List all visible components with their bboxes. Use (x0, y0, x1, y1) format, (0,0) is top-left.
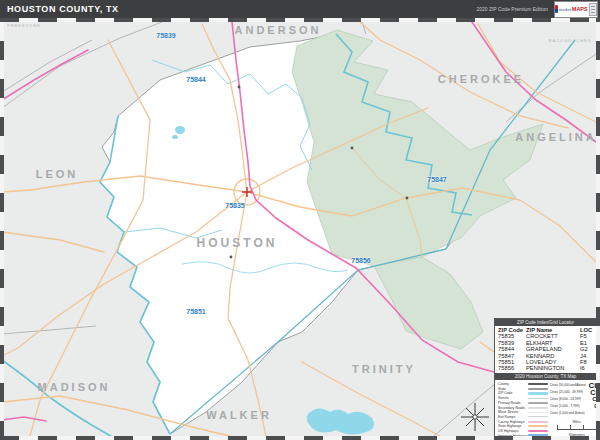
legend-city-category: Cities (50,000 and Above)City (550, 382, 600, 389)
zip-index-header: ZIP Code Index/Grid Locator (495, 319, 596, 326)
legend-city-category: Cities (25,000 - 49,999)City (550, 389, 600, 396)
city-category-label: Cities (25,000 - 49,999) (550, 390, 583, 394)
city-category-label: Cities (1,000 and Below) (550, 411, 585, 415)
legend-item-label: US Highways (498, 429, 528, 433)
brand-logo: market MAPS (554, 1, 598, 18)
legend-city-category: Cities (8,000 - 24,999)City (550, 396, 600, 403)
city-category-label: Cities (1,000 - 7,999) (550, 404, 580, 408)
legend-line-swatch (528, 430, 548, 432)
title-bar: HOUSTON COUNTY, TX 2020 ZIP Code Premium… (0, 0, 600, 18)
map-frame-ruler-right (596, 18, 600, 440)
legend-body: CountyStateZIP CodeStreetsPrimary RoadsS… (495, 380, 596, 440)
legend-line-swatch (528, 388, 548, 390)
legend-city-category: Cities (1,000 and Below)City (550, 410, 600, 417)
zip-code-table: ZIP CodeZIP NameLOC75835CROCKETTF575839E… (495, 326, 596, 373)
brand-name-part1: market (559, 7, 571, 12)
legend-item-label: Minor Streets (498, 410, 528, 414)
map-frame-ruler-bottom (0, 436, 600, 440)
brand-fineprint-box (589, 3, 597, 16)
zip-table-cell: 75856 (498, 365, 526, 371)
legend-item-label: Exit Ramps (498, 415, 528, 419)
legend-line-swatch (528, 398, 548, 399)
legend-item-label: County (498, 382, 528, 386)
legend-line-items: CountyStateZIP CodeStreetsPrimary RoadsS… (498, 382, 548, 440)
legend-line-swatch (528, 421, 548, 423)
map-title-bar: 2020 Houston County, TX Map (495, 373, 596, 380)
brand-name-part2: MAPS (572, 6, 588, 12)
legend-item-label: ZIP Code (498, 391, 528, 395)
legend-item-label: County Highways (498, 420, 528, 424)
zip-table-cell: PENNINGTON (526, 365, 580, 371)
legend-line-swatch (528, 402, 548, 404)
zip-table-cell: I6 (580, 365, 594, 371)
legend-item-label: Secondary Roads (498, 406, 528, 410)
map-frame-ruler-top (0, 18, 600, 22)
map-frame-ruler-left (0, 18, 4, 440)
scale-bar (557, 425, 597, 430)
city-category-label: Cities (50,000 and Above) (550, 383, 587, 387)
edition-label: 2020 ZIP Code Premium Edition (476, 6, 548, 12)
legend-item-label: Streets (498, 396, 528, 400)
legend-item-label: Primary Roads (498, 401, 528, 405)
legend-line-swatch (528, 392, 548, 395)
city-category-label: Cities (8,000 - 24,999) (550, 397, 582, 401)
legend-line-swatch (528, 412, 548, 413)
zip-table-row[interactable]: 75856PENNINGTONI6 (498, 365, 594, 371)
legend-line-swatch (528, 383, 548, 385)
scale-bar-label: Miles (550, 420, 600, 424)
scale-bar-block: Miles (550, 420, 600, 430)
brand-logo-icon (555, 5, 558, 13)
legend-line-swatch (528, 416, 548, 417)
legend-item-label: State Highways (498, 424, 528, 428)
legend-city-category: Cities (1,000 - 7,999)City (550, 403, 600, 410)
legend-item-label: State (498, 387, 528, 391)
legend-panel: ZIP Code Index/Grid Locator ZIP CodeZIP … (494, 318, 597, 437)
legend-line-swatch (528, 425, 548, 427)
legend-line-swatch (528, 407, 548, 409)
legend-city-scale-column: Cities (50,000 and Above)CityCities (25,… (550, 382, 600, 440)
page-title: HOUSTON COUNTY, TX (7, 4, 476, 14)
